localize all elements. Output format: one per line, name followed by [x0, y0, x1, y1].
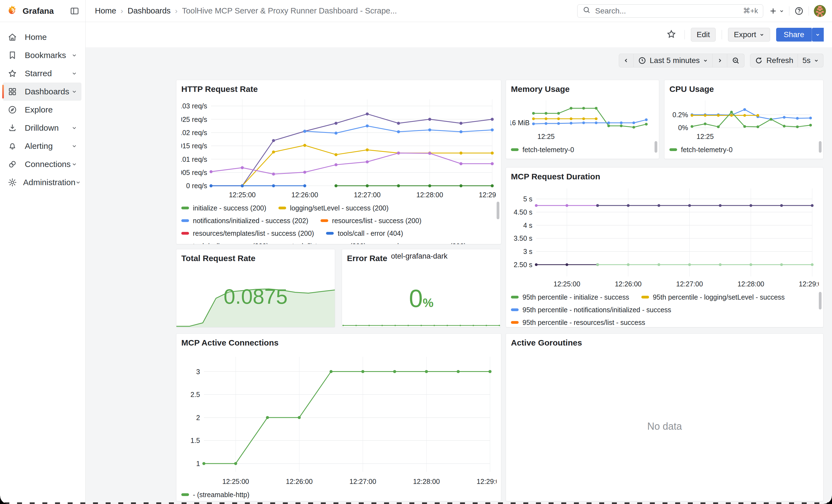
bell-icon [8, 141, 19, 151]
panel-title[interactable]: Memory Usage [506, 80, 659, 96]
chevron-down-icon[interactable] [72, 53, 77, 58]
legend-item[interactable]: tools/list - success (200) [281, 240, 366, 244]
http-request-rate-chart[interactable]: 0 req/s0.005 req/s0.01 req/s0.015 req/s0… [181, 96, 497, 200]
chevron-down-icon [759, 32, 764, 37]
search-box[interactable]: ⌘+k [577, 4, 763, 18]
legend-label: resources/templates/list - success (200) [193, 230, 314, 237]
legend-item[interactable]: fetch-telemetry-0 [511, 143, 574, 156]
memory-usage-chart[interactable]: 16 MiB12:25 [510, 96, 654, 142]
share-caret-button[interactable] [812, 28, 824, 42]
dashboard-toolbar: Edit Export Share [85, 22, 832, 47]
help-button[interactable] [794, 6, 804, 16]
chevron-down-icon[interactable] [75, 180, 81, 185]
sidebar-item-administration[interactable]: Administration [3, 173, 81, 191]
chevron-down-icon [703, 58, 708, 63]
search-input[interactable] [595, 6, 743, 16]
time-back-button[interactable] [619, 54, 634, 68]
panel-title[interactable]: Active Goroutines [506, 334, 823, 349]
legend-color-chip [511, 296, 519, 298]
legend-color-chip [511, 148, 519, 151]
legend-item[interactable]: tools/call - success (200) [181, 240, 268, 244]
connections-icon [8, 160, 19, 169]
sidebar-item-explore[interactable]: Explore [3, 101, 81, 119]
sidebar-item-label: Alerting [25, 141, 72, 151]
legend-item[interactable]: - (streamable-http) [181, 488, 250, 501]
avatar[interactable] [814, 5, 826, 17]
sidebar-collapse-icon[interactable] [70, 6, 79, 16]
sidebar-item-label: Home [25, 32, 77, 42]
time-range-picker[interactable]: Last 5 minutes [634, 54, 712, 68]
sidebar-item-drilldown[interactable]: Drilldown [3, 119, 81, 137]
sidebar-item-home[interactable]: Home [3, 28, 81, 46]
svg-text:3: 3 [196, 368, 200, 375]
legend-scrollbar[interactable] [654, 141, 657, 153]
legend-item[interactable]: resources/templates/list - success (200) [181, 227, 314, 240]
edit-button[interactable]: Edit [691, 28, 716, 42]
sidebar-item-starred[interactable]: Starred [3, 64, 81, 82]
legend-scrollbar[interactable] [819, 141, 822, 153]
legend-label: tools/call - success (200) [193, 242, 268, 244]
refresh-interval-picker[interactable]: 5s [798, 54, 824, 68]
breadcrumb-item[interactable]: Home [95, 6, 116, 16]
legend-item[interactable]: notifications/initialized - success (202… [181, 214, 308, 227]
sidebar-item-dashboards[interactable]: Dashboards [3, 82, 81, 101]
panel-title[interactable]: Total Request Rate [176, 249, 335, 265]
legend-item[interactable]: 95th percentile - logging/setLevel - suc… [641, 291, 785, 303]
breadcrumb-item[interactable]: Dashboards [128, 6, 171, 16]
legend-item[interactable]: unknown - success (200) [378, 240, 466, 244]
legend-item[interactable]: 95th percentile - initialize - success [511, 291, 629, 303]
time-range-group: Last 5 minutes [619, 54, 745, 68]
memory-legend: fetch-telemetry-0 [506, 142, 659, 158]
nav-actions [769, 5, 826, 17]
panel-title[interactable]: MCP Active Connections [176, 334, 501, 349]
legend-scrollbar[interactable] [497, 202, 499, 219]
chevron-down-icon[interactable] [72, 89, 77, 95]
sidebar-item-bookmarks[interactable]: Bookmarks [3, 46, 81, 64]
add-button[interactable] [769, 7, 784, 16]
legend-scrollbar[interactable] [819, 292, 822, 310]
legend-item[interactable]: tools/call - error (404) [326, 227, 403, 240]
sidebar-item-alerting[interactable]: Alerting [3, 137, 81, 155]
panel-title[interactable]: HTTP Request Rate [176, 80, 501, 96]
svg-text:3.50 s: 3.50 s [514, 234, 532, 242]
panel-title[interactable]: CPU Usage [665, 80, 823, 96]
svg-text:12:25:00: 12:25:00 [553, 280, 580, 288]
svg-text:2: 2 [196, 414, 200, 422]
zoom-out-button[interactable] [727, 54, 745, 68]
legend-label: resources/list - success (200) [332, 217, 421, 225]
legend-item[interactable]: initialize - success (200) [181, 202, 266, 214]
mcp-active-connections-chart[interactable]: 11.522.5312:25:0012:26:0012:27:0012:28:0… [181, 349, 497, 487]
chevron-down-icon[interactable] [72, 125, 77, 131]
favorite-star-icon[interactable] [666, 29, 676, 40]
panel-http-request-rate: HTTP Request Rate 0 req/s0.005 req/s0.01… [176, 80, 501, 244]
legend-item[interactable]: 95th percentile - resources/list - succe… [511, 316, 645, 327]
sidebar-item-label: Drilldown [25, 123, 72, 133]
panel-title[interactable]: MCP Request Duration [506, 167, 823, 183]
sidebar-item-connections[interactable]: Connections [3, 155, 81, 173]
time-controls: Last 5 minutes Refresh 5s [619, 54, 824, 68]
brand-zone: Grafana [0, 0, 85, 22]
divider [684, 30, 685, 39]
svg-text:12:26:00: 12:26:00 [615, 280, 642, 288]
cpu-usage-chart[interactable]: 0.2%0%12:25 [669, 96, 819, 142]
legend-item[interactable]: logging/setLevel - success (200) [279, 202, 389, 214]
svg-text:12:27:00: 12:27:00 [349, 478, 376, 485]
legend-item[interactable]: 95th percentile - notifications/initiali… [511, 303, 671, 316]
svg-text:0.03 req/s: 0.03 req/s [181, 102, 207, 110]
svg-text:0.025 req/s: 0.025 req/s [181, 115, 207, 123]
panel-mcp-active-connections: MCP Active Connections 11.522.5312:25:00… [176, 334, 501, 501]
chevron-down-icon[interactable] [72, 161, 77, 167]
legend-item[interactable]: fetch-telemetry-0 [669, 143, 733, 156]
svg-text:12:29:00: 12:29:00 [476, 478, 497, 485]
svg-text:1.5: 1.5 [190, 436, 200, 444]
svg-text:2.50 s: 2.50 s [514, 261, 532, 268]
chevron-down-icon[interactable] [72, 143, 77, 149]
export-button[interactable]: Export [728, 28, 770, 42]
chevron-down-icon[interactable] [72, 71, 77, 76]
refresh-button[interactable]: Refresh [750, 54, 798, 68]
svg-text:0.015 req/s: 0.015 req/s [181, 142, 207, 150]
mcp-request-duration-chart[interactable]: 2.50 s3 s3.50 s4 s4.50 s5 s12:25:0012:26… [511, 183, 819, 289]
time-forward-button[interactable] [712, 54, 727, 68]
legend-item[interactable]: resources/list - success (200) [320, 214, 421, 227]
share-button[interactable]: Share [776, 28, 812, 42]
